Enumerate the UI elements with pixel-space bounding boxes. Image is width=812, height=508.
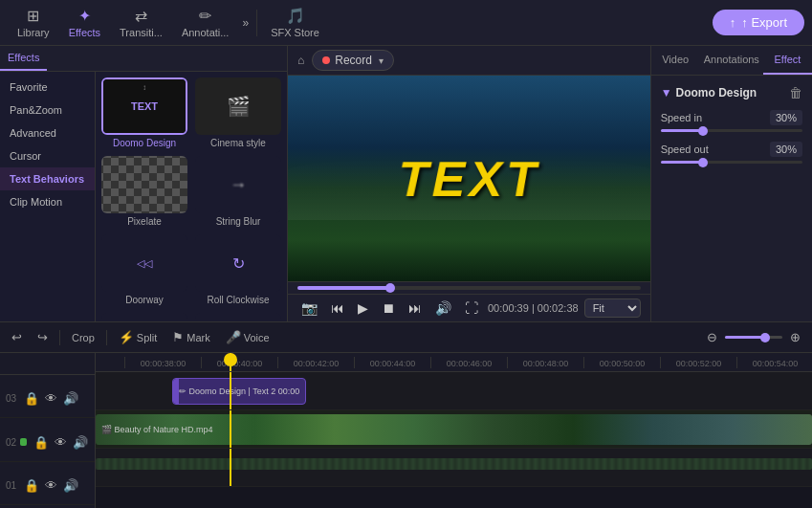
- screenshot-button[interactable]: 📷: [297, 298, 321, 318]
- transitions-tab[interactable]: ⇄ Transiti...: [110, 3, 172, 42]
- video-clip-label: 🎬 Beauty of Nature HD.mp4: [96, 425, 219, 434]
- top-toolbar: ⊞ Library ✦ Effects ⇄ Transiti... ✏ Anno…: [0, 0, 812, 46]
- record-button[interactable]: Record ▾: [312, 50, 394, 71]
- speed-out-thumb[interactable]: [698, 158, 708, 167]
- speed-in-label-row: Speed in 30%: [661, 110, 802, 125]
- track-03-lock[interactable]: 🔒: [23, 390, 40, 407]
- effect-cinema-style[interactable]: 🎬 Cinema style: [195, 77, 281, 148]
- library-tab[interactable]: ⊞ Library: [8, 3, 59, 42]
- track01-playhead: [230, 449, 231, 486]
- sidebar-item-clipmotion[interactable]: Clip Motion: [0, 190, 95, 213]
- sfx-tab[interactable]: 🎵 SFX Store: [261, 3, 329, 42]
- delete-effect-button[interactable]: 🗑: [789, 85, 802, 100]
- mark-button[interactable]: ⚑ Mark: [168, 328, 213, 346]
- timeline-ruler: 00:00:38:00 00:00:40:00 00:00:42:00 00:0…: [96, 353, 812, 372]
- effect-thumb-extra1[interactable]: ◆: [101, 313, 187, 321]
- track-01-lock[interactable]: 🔒: [23, 477, 40, 494]
- main-layout: Effects Favorite Pan&Zoom Advanced Curso…: [0, 46, 812, 321]
- sfx-icon: 🎵: [286, 7, 305, 25]
- effect-doomo-design[interactable]: ↕ TEXT Doomo Design: [101, 77, 187, 148]
- effects-tab[interactable]: ✦ Effects: [59, 3, 110, 42]
- undo-button[interactable]: ↩: [8, 328, 26, 346]
- section-header: ▼ Doomo Design 🗑: [661, 85, 802, 100]
- tab-effect[interactable]: Effect: [763, 46, 812, 75]
- transitions-icon: ⇄: [135, 7, 147, 25]
- progress-bar[interactable]: [297, 286, 641, 290]
- redo-button[interactable]: ↪: [33, 328, 52, 346]
- zoom-controls: ⊖ ⊕: [703, 328, 804, 346]
- effect-extra1[interactable]: ◆: [101, 313, 187, 321]
- zoom-in-button[interactable]: ⊕: [786, 328, 804, 346]
- ruler-mark-6: 00:00:50:00: [583, 357, 660, 368]
- speed-in-slider[interactable]: [661, 129, 802, 132]
- ruler-mark-7: 00:00:52:00: [660, 357, 736, 368]
- track-03-eye[interactable]: 👁: [44, 390, 58, 407]
- more-icon[interactable]: »: [238, 12, 252, 33]
- track-02-lock[interactable]: 🔒: [33, 434, 50, 451]
- tab-effects[interactable]: Effects: [0, 46, 47, 71]
- effect-label-stringblur: String Blur: [216, 216, 261, 227]
- ruler-spacer: [0, 356, 95, 375]
- progress-bar-area: [288, 281, 650, 294]
- effect-thumb-pixelate[interactable]: [101, 156, 187, 213]
- speed-out-value[interactable]: 30%: [770, 142, 802, 157]
- section-collapse-icon[interactable]: ▼: [661, 86, 672, 99]
- effect-extra2[interactable]: ◇: [195, 313, 281, 321]
- ruler-mark-4: 00:00:46:00: [430, 357, 507, 368]
- fullscreen-button[interactable]: ⛶: [461, 298, 482, 318]
- effect-pixelate[interactable]: Pixelate: [101, 156, 187, 227]
- effects-grid: ↕ TEXT Doomo Design 🎬 Cinema style: [96, 72, 287, 321]
- effect-thumb-rollclockwise[interactable]: ↻: [195, 234, 281, 292]
- progress-thumb: [385, 283, 395, 293]
- split-button[interactable]: ⚡ Split: [115, 328, 161, 346]
- volume-button[interactable]: 🔊: [431, 298, 455, 318]
- track-01-eye[interactable]: 👁: [44, 477, 58, 494]
- zoom-slider[interactable]: [725, 336, 782, 339]
- speed-in-value[interactable]: 30%: [770, 110, 802, 125]
- track-02-mute[interactable]: 🔊: [72, 434, 89, 451]
- effect-thumb-cinema[interactable]: 🎬: [195, 77, 281, 135]
- mark-icon: ⚑: [172, 330, 184, 344]
- stop-button[interactable]: ⏹: [378, 298, 399, 318]
- track-01-mute[interactable]: 🔊: [62, 477, 79, 494]
- text-clip[interactable]: ✏ Doomo Design | Text 2 00:00:4: [172, 378, 306, 405]
- crop-button[interactable]: Crop: [68, 330, 99, 345]
- skip-back-button[interactable]: ⏮: [327, 298, 348, 318]
- sidebar-item-textbehaviors[interactable]: Text Behaviors: [0, 167, 95, 190]
- speed-out-slider[interactable]: [661, 161, 802, 164]
- clip-handle-left[interactable]: [173, 379, 179, 404]
- effect-string-blur[interactable]: → String Blur: [195, 156, 281, 227]
- track-02-eye[interactable]: 👁: [54, 434, 68, 451]
- voice-icon: 🎤: [226, 330, 241, 344]
- speed-out-label: Speed out: [661, 144, 709, 155]
- play-button[interactable]: ▶: [354, 298, 372, 318]
- skip-forward-button[interactable]: ⏭: [405, 298, 426, 318]
- fit-select[interactable]: Fit 100% 150%: [584, 298, 641, 318]
- sidebar-item-cursor[interactable]: Cursor: [0, 144, 95, 167]
- effect-roll-clockwise[interactable]: ↻ Roll Clockwise: [195, 234, 281, 305]
- home-icon[interactable]: ⌂: [297, 54, 304, 67]
- effect-thumb-extra2[interactable]: ◇: [195, 313, 281, 321]
- annotations-tab[interactable]: ✏ Annotati...: [172, 3, 239, 42]
- zoom-out-button[interactable]: ⊖: [703, 328, 721, 346]
- effect-thumb-stringblur[interactable]: →: [195, 156, 281, 213]
- progress-fill: [297, 286, 390, 290]
- export-button[interactable]: ↑ ↑ Export: [713, 10, 804, 35]
- effect-thumb-doorway[interactable]: ◁◁: [101, 234, 187, 292]
- preview-header: ⌂ Record ▾: [288, 46, 650, 76]
- sidebar-item-favorite[interactable]: Favorite: [0, 76, 95, 99]
- export-upload-icon: ↑: [730, 15, 736, 30]
- sidebar-item-panzoom[interactable]: Pan&Zoom: [0, 99, 95, 121]
- effect-thumb-doomo[interactable]: ↕ TEXT: [101, 77, 187, 135]
- effect-label-rollclockwise: Roll Clockwise: [207, 295, 269, 305]
- zoom-thumb[interactable]: [760, 333, 770, 342]
- toolbar-sep-2: [106, 330, 107, 345]
- tab-video[interactable]: Video: [651, 46, 700, 75]
- effect-doorway[interactable]: ◁◁ Doorway: [101, 234, 187, 305]
- sidebar-item-advanced[interactable]: Advanced: [0, 121, 95, 144]
- speed-in-thumb[interactable]: [698, 126, 708, 136]
- track-03-mute[interactable]: 🔊: [62, 390, 79, 407]
- video-clip[interactable]: 🎬 Beauty of Nature HD.mp4: [96, 414, 812, 445]
- voice-button[interactable]: 🎤 Voice: [222, 328, 274, 346]
- tab-annotations[interactable]: Annotations: [700, 46, 763, 75]
